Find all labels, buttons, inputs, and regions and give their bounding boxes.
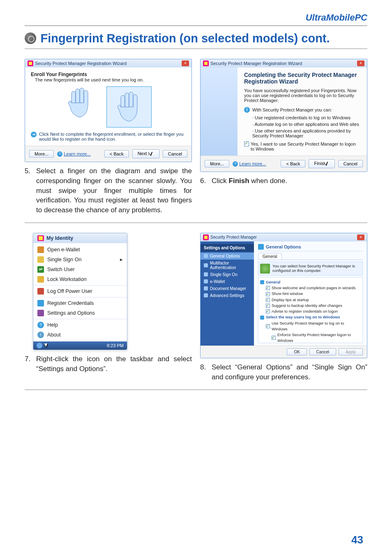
window-title: Security Protect Manager <box>210 235 257 239</box>
menu-item-lock[interactable]: Lock Workstation <box>33 274 127 284</box>
sso-icon <box>37 256 44 263</box>
nav-icon <box>204 263 208 267</box>
left-hand-diagram[interactable] <box>65 86 94 119</box>
close-icon[interactable]: × <box>182 60 189 66</box>
wizard-sidebar-graphic <box>201 67 238 155</box>
nav-icon <box>204 272 208 276</box>
logon-checkbox-row[interactable]: Yes, I want to use Security Protect Mana… <box>244 142 360 151</box>
taskbar-tray: 8:23 PM <box>33 341 127 350</box>
checkbox-icon[interactable] <box>266 286 270 290</box>
checkbox-icon[interactable] <box>266 298 270 302</box>
menu-item-switch[interactable]: ⇄Switch User <box>33 265 127 274</box>
next-button[interactable]: Next > <box>132 149 159 158</box>
wizard-complete-window: Security Protect Manager Registration Wi… <box>200 59 367 172</box>
nav-icon <box>204 293 208 297</box>
checkbox-icon[interactable] <box>266 324 270 328</box>
info-line: With Security Protect Manager you can: <box>252 107 332 112</box>
fingerprint-icon <box>25 32 36 44</box>
wizard-subheading: The new fingerprints will be used next t… <box>35 77 186 82</box>
apply-button[interactable]: Apply <box>339 348 363 355</box>
window-titlebar: Security Protect Manager × <box>201 233 367 241</box>
step-number: 8. <box>200 362 208 382</box>
window-titlebar: Security Protect Manager Registration Wi… <box>201 59 367 67</box>
checkbox-icon[interactable] <box>266 292 270 296</box>
finish-button[interactable]: Finish <box>309 159 334 168</box>
menu-item-sso[interactable]: Single Sign On▸ <box>33 255 127 265</box>
info-box: You can select how Security Protect Mana… <box>258 262 363 276</box>
tree-item[interactable]: Show hint window <box>266 291 361 297</box>
learn-more-link[interactable]: ?Learn more... <box>233 161 266 167</box>
step-number: 5. <box>25 166 32 215</box>
checkbox-icon[interactable] <box>266 304 270 308</box>
menu-separator <box>33 297 127 297</box>
bullet-item: · Use registered credentials to log on t… <box>252 115 360 120</box>
tab-general[interactable]: General <box>258 253 282 260</box>
ok-button[interactable]: OK <box>287 348 307 355</box>
menu-item-register[interactable]: Register Credentials <box>33 298 127 308</box>
checkbox-icon[interactable] <box>244 142 249 146</box>
cancel-button[interactable]: Cancel <box>338 160 363 167</box>
tree-subitem[interactable]: Enforce Security Protect Manager logon t… <box>272 332 361 343</box>
app-icon <box>203 60 209 66</box>
nav-icon <box>204 279 208 283</box>
window-title: Security Protect Manager Registration Wi… <box>210 61 302 66</box>
close-icon[interactable]: × <box>357 234 364 240</box>
options-tree[interactable]: General Show welcome and completion page… <box>258 277 363 343</box>
tree-item[interactable]: Display tips at startup <box>266 297 361 303</box>
tree-item[interactable]: Advise to register credentials on logon <box>266 309 361 314</box>
wizard-complete-heading: Completing the Security Protect Manager … <box>244 72 360 85</box>
settings-icon <box>37 310 44 316</box>
menu-item-about[interactable]: iAbout <box>33 330 127 340</box>
close-icon[interactable]: × <box>357 60 364 66</box>
checkbox-icon[interactable] <box>272 336 276 340</box>
logoff-icon <box>37 288 44 295</box>
cancel-button[interactable]: Cancel <box>309 348 336 355</box>
help-icon: ? <box>57 151 62 157</box>
more-button[interactable]: More... <box>29 150 54 158</box>
identity-icon <box>37 235 44 241</box>
menu-item-settings[interactable]: Settings and Options <box>33 308 127 318</box>
nav-item-docmgr[interactable]: Document Manager <box>201 285 254 292</box>
menu-separator <box>33 285 127 285</box>
divider <box>25 49 367 49</box>
tab-strip: General <box>258 253 363 260</box>
more-button[interactable]: More... <box>205 160 229 167</box>
learn-more-link[interactable]: ?Learn more... <box>57 151 90 157</box>
wizard-hint: ➔ Click Next to complete the fingerprint… <box>31 132 186 142</box>
tree-item[interactable]: Suggest to backup identity after changes <box>266 303 361 309</box>
checkbox-label: Yes, I want to use Security Protect Mana… <box>251 142 360 151</box>
nav-item-sso[interactable]: Single Sign On <box>201 271 254 278</box>
back-button[interactable]: < Back <box>104 150 129 158</box>
cursor-icon <box>324 160 330 167</box>
wizard-heading: Enroll Your Fingerprints <box>31 72 186 77</box>
app-icon <box>203 234 209 240</box>
tree-item[interactable]: Use Security Protect Manager to log on t… <box>266 320 361 332</box>
back-button[interactable]: < Back <box>281 160 305 167</box>
nav-item-general[interactable]: General Options <box>201 253 254 260</box>
cancel-button[interactable]: Cancel <box>163 150 187 158</box>
step-body: Select “General Options” and “Single Sig… <box>212 362 367 382</box>
tree-item[interactable]: Show welcome and completion pages in wiz… <box>266 285 361 291</box>
page-number: 43 <box>351 534 363 546</box>
tray-clock: 8:23 PM <box>107 343 124 348</box>
tray-app-icon[interactable] <box>37 343 42 348</box>
nav-item-ewallet[interactable]: e-Wallet <box>201 278 254 285</box>
menu-item-wallet[interactable]: Open e-Wallet <box>33 245 127 255</box>
checkbox-icon[interactable] <box>266 309 270 313</box>
menu-item-help[interactable]: ?Help <box>33 320 127 330</box>
app-icon <box>28 60 33 66</box>
step-number: 6. <box>200 176 208 186</box>
nav-icon <box>204 286 208 290</box>
nav-item-mfa[interactable]: Multifactor Authentication <box>201 260 254 271</box>
wizard-complete-text: You have successfully registered your Fi… <box>244 88 360 103</box>
step-6: 6. Click Finish when done. <box>200 176 367 186</box>
submenu-arrow-icon: ▸ <box>120 256 123 262</box>
wallet-icon <box>37 246 44 253</box>
config-icon <box>260 264 270 274</box>
help-icon: ? <box>37 322 44 328</box>
menu-item-logoff[interactable]: Log Off Power User <box>33 286 127 296</box>
selected-hand-diagram[interactable] <box>106 86 152 128</box>
brand-header: UltraMobilePC <box>25 12 367 26</box>
nav-item-advanced[interactable]: Advanced Settings <box>201 292 254 299</box>
step-7: 7. Right-click the icon on the taskbar a… <box>25 354 192 374</box>
